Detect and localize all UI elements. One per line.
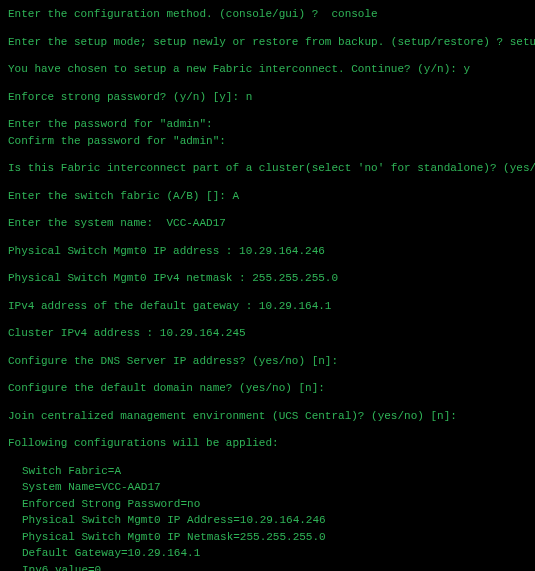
config-line: Physical Switch Mgmt0 IP Address=10.29.1… <box>8 512 527 529</box>
config-line: Switch Fabric=A <box>8 463 527 480</box>
terminal-line: Enter the configuration method. (console… <box>8 6 527 23</box>
blank-line <box>8 452 527 463</box>
blank-line <box>8 50 527 61</box>
config-line: Ipv6 value=0 <box>8 562 527 572</box>
blank-line <box>8 204 527 215</box>
terminal-line: Configure the DNS Server IP address? (ye… <box>8 353 527 370</box>
terminal-line: Enter the switch fabric (A/B) []: A <box>8 188 527 205</box>
blank-line <box>8 259 527 270</box>
terminal-line: Is this Fabric interconnect part of a cl… <box>8 160 527 177</box>
terminal-line: Configure the default domain name? (yes/… <box>8 380 527 397</box>
blank-line <box>8 177 527 188</box>
config-line: Default Gateway=10.29.164.1 <box>8 545 527 562</box>
terminal-line: Following configurations will be applied… <box>8 435 527 452</box>
blank-line <box>8 23 527 34</box>
blank-line <box>8 342 527 353</box>
blank-line <box>8 424 527 435</box>
terminal-line: IPv4 address of the default gateway : 10… <box>8 298 527 315</box>
terminal-line: Enter the system name: VCC-AAD17 <box>8 215 527 232</box>
config-line: System Name=VCC-AAD17 <box>8 479 527 496</box>
config-line: Enforced Strong Password=no <box>8 496 527 513</box>
blank-line <box>8 397 527 408</box>
terminal-line: Join centralized management environment … <box>8 408 527 425</box>
blank-line <box>8 149 527 160</box>
terminal-line: Enter the password for "admin": <box>8 116 527 133</box>
blank-line <box>8 105 527 116</box>
terminal-line: Enter the setup mode; setup newly or res… <box>8 34 527 51</box>
terminal-line: Confirm the password for "admin": <box>8 133 527 150</box>
blank-line <box>8 369 527 380</box>
blank-line <box>8 78 527 89</box>
terminal-line: Physical Switch Mgmt0 IP address : 10.29… <box>8 243 527 260</box>
blank-line <box>8 314 527 325</box>
config-line: Physical Switch Mgmt0 IP Netmask=255.255… <box>8 529 527 546</box>
terminal-line: Cluster IPv4 address : 10.29.164.245 <box>8 325 527 342</box>
blank-line <box>8 287 527 298</box>
terminal-line: Enforce strong password? (y/n) [y]: n <box>8 89 527 106</box>
terminal-line: Physical Switch Mgmt0 IPv4 netmask : 255… <box>8 270 527 287</box>
blank-line <box>8 232 527 243</box>
terminal-line: You have chosen to setup a new Fabric in… <box>8 61 527 78</box>
